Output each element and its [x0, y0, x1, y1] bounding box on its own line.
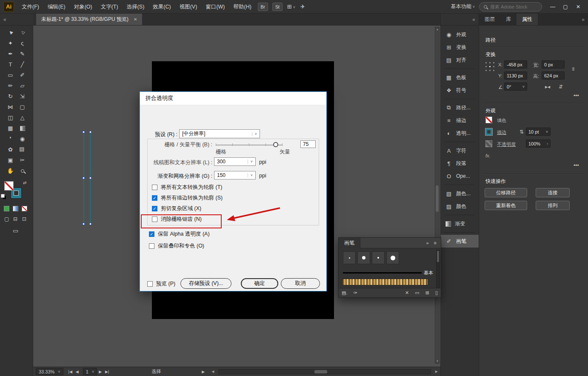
bridge-button[interactable]: Br	[258, 3, 268, 11]
brush-libraries-icon[interactable]: ▤.	[339, 290, 350, 296]
selection-handle[interactable]	[89, 223, 91, 225]
checkbox-icon[interactable]	[149, 243, 154, 249]
new-brush-icon[interactable]: ⊞	[422, 290, 432, 296]
free-transform-tool[interactable]: ▢	[17, 102, 29, 112]
x-field[interactable]: -458 px	[504, 60, 527, 68]
tab-properties[interactable]: 属性	[517, 14, 538, 25]
vertical-scrollbar[interactable]: ▲ ▼	[435, 27, 440, 364]
selected-path[interactable]	[83, 132, 91, 224]
pencil-tool[interactable]: ✏	[5, 80, 17, 91]
maximize-button[interactable]: ▢	[559, 0, 572, 14]
anti-alias-checkbox[interactable]: 消除栅格锯齿 (N)	[152, 216, 202, 223]
constrain-proportions-icon[interactable]: ∞	[571, 67, 577, 71]
dock-pathfinder[interactable]: ⧉路径...	[441, 101, 479, 114]
document-tab[interactable]: 未标题-1* @ 33.33% (RGB/GPU 预览) ✕	[36, 14, 142, 25]
checkbox-icon[interactable]	[152, 206, 157, 211]
selection-handle[interactable]	[83, 223, 85, 225]
hand-tool[interactable]: ✋	[5, 165, 17, 176]
column-graph-tool[interactable]: ▥	[17, 144, 29, 155]
slice-tool[interactable]: ✂	[17, 155, 29, 165]
magic-wand-tool[interactable]: ✦	[5, 38, 17, 48]
preserve-overprint-checkbox[interactable]: 保留叠印和专色 (O)	[149, 242, 204, 250]
menu-window[interactable]: 窗口(W)	[201, 0, 229, 14]
eyedropper-tool[interactable]: ❜	[5, 134, 17, 144]
draw-inside-icon[interactable]: ⊡	[22, 216, 26, 222]
color-mode-button[interactable]	[4, 206, 9, 211]
dock-align[interactable]: ▤对齐	[441, 54, 479, 66]
convert-text-checkbox[interactable]: 将所有文本转换为轮廓 (T)	[152, 184, 222, 191]
arrange-documents-icon[interactable]: ⊞˅	[285, 3, 298, 10]
selection-handle[interactable]	[83, 177, 85, 179]
stroke-weight-field[interactable]: 10 pt˅	[526, 128, 551, 136]
curvature-tool[interactable]: ✎	[17, 48, 29, 59]
vertical-scroll-thumb[interactable]	[436, 185, 439, 212]
dock-symbols[interactable]: ❖符号	[441, 84, 479, 97]
dock-transform[interactable]: ⊞变换	[441, 41, 479, 54]
scroll-right-icon[interactable]: ▶	[434, 370, 439, 373]
y-field[interactable]: 1130 px	[504, 71, 527, 80]
line-tool[interactable]: ╱	[17, 59, 29, 70]
workspace-switcher[interactable]: 基本功能˅	[451, 3, 475, 10]
search-input[interactable]	[490, 4, 536, 9]
minimize-button[interactable]: —	[546, 0, 559, 14]
checkbox-icon[interactable]	[152, 216, 157, 222]
flip-vertical-icon[interactable]: ⇵	[559, 84, 563, 90]
calligraphic-brush[interactable]	[386, 251, 399, 264]
perspective-grid-tool[interactable]: △	[17, 112, 29, 123]
checkbox-icon[interactable]	[152, 185, 157, 190]
blend-tool[interactable]: ◉	[17, 134, 29, 144]
fill-swatch[interactable]	[485, 117, 492, 123]
horizontal-scrollbar[interactable]	[218, 369, 431, 374]
shape-builder-tool[interactable]: ◫	[5, 112, 17, 123]
stock-button[interactable]: St	[272, 3, 283, 11]
symbol-sprayer-tool[interactable]: ✿	[5, 144, 17, 155]
recolor-button[interactable]: 重新着色	[485, 201, 527, 210]
share-icon[interactable]: ✈	[298, 3, 308, 10]
gradient-select[interactable]: 150˅	[214, 171, 256, 179]
none-mode-button[interactable]	[22, 206, 27, 211]
eraser-tool[interactable]: ▱	[17, 80, 29, 91]
join-button[interactable]: 连接	[536, 188, 570, 197]
tab-layers[interactable]: 图层	[479, 14, 500, 25]
fx-label[interactable]: fx.	[485, 153, 491, 158]
lineart-select[interactable]: 300˅	[214, 157, 256, 166]
menu-object[interactable]: 对象(O)	[70, 0, 97, 14]
height-field[interactable]: 624 px	[542, 71, 565, 80]
direct-selection-tool[interactable]: ▷	[17, 27, 29, 38]
opacity-field[interactable]: 100%›	[526, 140, 551, 148]
stroke-link[interactable]: 描边	[497, 129, 506, 136]
width-field[interactable]: 0 px	[542, 60, 565, 68]
brushes-scrollbar[interactable]	[436, 250, 440, 288]
pattern-brush-preview[interactable]	[342, 279, 428, 285]
dock-character[interactable]: A字符	[441, 144, 479, 157]
last-artboard-icon[interactable]: ▶|	[105, 370, 109, 374]
opacity-link[interactable]: 不透明度	[497, 141, 516, 148]
menu-help[interactable]: 帮助(H)	[229, 0, 256, 14]
close-button[interactable]: ✕	[572, 0, 585, 14]
calligraphic-brush[interactable]	[357, 251, 370, 264]
selection-handle[interactable]	[89, 131, 91, 133]
swap-colors-icon[interactable]: ⇄	[23, 180, 26, 185]
preview-checkbox[interactable]: 预览 (P)	[147, 280, 175, 288]
checkbox-icon[interactable]	[149, 231, 154, 237]
dock-brushes[interactable]: ✐画笔	[441, 235, 479, 248]
artboard-tool[interactable]: ▣	[5, 155, 17, 165]
delete-brush-icon[interactable]: ▯	[432, 290, 441, 296]
artboard-navigation[interactable]: 1 ˅	[83, 368, 97, 375]
draw-behind-icon[interactable]: ⊟	[13, 216, 17, 222]
rotate-tool[interactable]: ↻	[5, 91, 17, 102]
dock-color-guide[interactable]: ▧颜色...	[441, 187, 479, 200]
horizontal-scroll-thumb[interactable]	[314, 370, 327, 373]
dock-appearance[interactable]: ◉外观	[441, 28, 479, 41]
width-tool[interactable]: ⋈	[5, 102, 17, 112]
calligraphic-brush[interactable]	[372, 251, 385, 264]
menu-select[interactable]: 选择(S)	[123, 0, 149, 14]
dock-paragraph[interactable]: ¶段落	[441, 157, 479, 170]
dock-gradient[interactable]: 渐变	[441, 217, 479, 230]
reference-point-grid[interactable]	[485, 61, 495, 72]
ok-button[interactable]: 确定	[241, 278, 278, 289]
scroll-down-icon[interactable]: ▼	[436, 360, 439, 362]
calligraphic-brush[interactable]	[343, 251, 356, 264]
save-preset-button[interactable]: 存储预设 (V)...	[180, 278, 231, 289]
menu-view[interactable]: 视图(V)	[175, 0, 202, 14]
